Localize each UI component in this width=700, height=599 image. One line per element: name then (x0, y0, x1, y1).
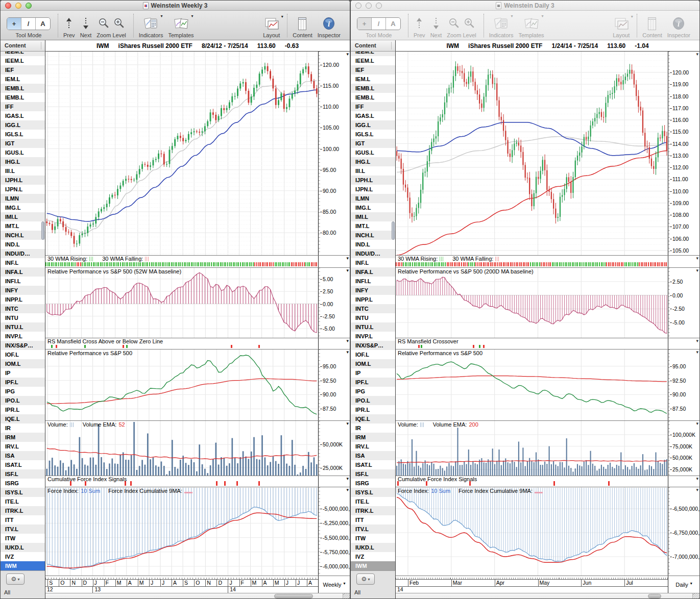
sidebar-item[interactable]: INFY (1, 286, 45, 295)
sidebar-item[interactable]: ITW (1, 534, 45, 543)
sidebar-item[interactable]: IJPN.L (351, 185, 395, 194)
volume-axis[interactable]: ▾100,000K75,000K50,000K25,000K (668, 421, 699, 476)
panel-disclosure-icon[interactable]: ▾ (696, 268, 698, 273)
sidebar-item[interactable]: IRV.L (351, 442, 395, 451)
force-index-panel[interactable]: Force Index:10 Sum Force Index Cumulativ… (45, 487, 318, 576)
layout-button[interactable]: ▾ Layout (263, 15, 280, 38)
sidebar-item[interactable]: IEMB.L (1, 84, 45, 93)
cfi-signal-strip[interactable]: Cumulative Force Index Signals (396, 476, 668, 487)
minimize-button[interactable] (15, 3, 21, 9)
action-menu-button[interactable]: ⚙▾ (356, 573, 375, 585)
sidebar-item[interactable]: INFA.L (1, 267, 45, 277)
mansfield-signal-strip[interactable]: RS Mansfield Crossover (396, 338, 668, 349)
wma-signal-strip[interactable]: 30 WMA Rising: 30 WMA Falling: (396, 256, 668, 267)
zoom-out-icon[interactable] (448, 17, 460, 30)
sidebar-item[interactable]: IRM (351, 433, 395, 442)
sidebar-item[interactable]: IUKD.L (351, 543, 395, 552)
sidebar-item[interactable]: INTC (1, 304, 45, 313)
prev-button[interactable]: Prev (414, 15, 425, 38)
sidebar-item[interactable]: ITRK.L (1, 506, 45, 515)
sidebar-item[interactable]: IQE.L (1, 414, 45, 423)
sidebar-item[interactable]: IPO.L (1, 396, 45, 405)
sidebar-item[interactable]: INDU/D… (351, 249, 395, 258)
sidebar-item[interactable]: IQE.L (351, 414, 395, 423)
sidebar-item[interactable]: INTU (351, 313, 395, 322)
sidebar-item[interactable]: IJPH.L (351, 176, 395, 185)
sidebar-item[interactable]: IOM.L (351, 359, 395, 368)
sidebar-item[interactable]: IGAS.L (1, 111, 45, 120)
sidebar-item[interactable]: IP (1, 368, 45, 378)
panel-disclosure-icon[interactable]: ▾ (346, 52, 349, 57)
sidebar-scrollbar[interactable] (41, 52, 45, 570)
sidebar-item[interactable]: IHG.L (351, 157, 395, 166)
price-chart[interactable] (396, 52, 668, 255)
sidebar-item[interactable]: ISA (1, 451, 45, 460)
force-index-axis[interactable]: ▾-6,500,000,-6,750,000,-7,000,000, (668, 487, 699, 576)
title-bar[interactable]: Weinstein Weekly 3 (1, 1, 350, 11)
sidebar-item[interactable]: IMG.L (1, 203, 45, 212)
sidebar-item[interactable]: IPG (351, 387, 395, 396)
inspector-button[interactable]: i Inspector (318, 15, 341, 38)
sidebar-item[interactable]: IPF.L (351, 378, 395, 387)
sidebar-item[interactable]: INF.L (351, 258, 395, 267)
indicators-button[interactable]: ▾ Indicators (139, 15, 163, 38)
sidebar-item[interactable]: IEM.L (351, 74, 395, 84)
sidebar-item[interactable]: ISA (351, 451, 395, 460)
sidebar-item[interactable]: ISYS.L (351, 488, 395, 497)
close-button[interactable] (355, 3, 361, 9)
sidebar-item[interactable]: IGT (351, 139, 395, 148)
sidebar-item[interactable]: IGUS.L (1, 148, 45, 157)
sidebar-item[interactable]: IGAS.L (351, 111, 395, 120)
panel-disclosure-icon[interactable]: ▾ (346, 476, 349, 481)
panel-disclosure-icon[interactable]: ▾ (346, 338, 349, 343)
action-menu-button[interactable]: ⚙▾ (6, 573, 25, 585)
sidebar-item[interactable]: ITE.L (1, 497, 45, 506)
sidebar-item[interactable]: ITE.L (351, 497, 395, 506)
sidebar-item[interactable]: IGLS.L (1, 130, 45, 139)
panel-disclosure-icon[interactable]: ▾ (696, 476, 698, 481)
prev-button[interactable]: Prev (63, 15, 75, 38)
sidebar-item[interactable]: INFI.L (1, 277, 45, 286)
panel-disclosure-icon[interactable]: ▾ (696, 338, 698, 343)
sidebar-item[interactable]: INTU.L (351, 322, 395, 332)
sidebar-scrollbar[interactable] (391, 52, 395, 570)
templates-button[interactable]: ▾ Templates (518, 15, 544, 38)
sidebar-item[interactable]: ILMN (351, 194, 395, 203)
sidebar-item[interactable]: INDU/D… (1, 249, 45, 258)
relative-performance-histogram[interactable]: Relative Performance vs S&P 500 (200D MA… (396, 268, 668, 338)
sidebar-item[interactable]: IMG.L (351, 203, 395, 212)
sidebar-item[interactable]: INVP.L (1, 332, 45, 341)
sidebar-item[interactable]: IVZ (351, 552, 395, 561)
sidebar-item[interactable]: IEMB.L (1, 93, 45, 102)
next-button[interactable]: Next (430, 15, 442, 38)
sidebar-item[interactable]: ITT (351, 515, 395, 525)
sidebar-item[interactable]: IOF.L (351, 350, 395, 359)
panel-disclosure-icon[interactable]: ▾ (696, 350, 698, 355)
scrollbar-thumb[interactable] (648, 594, 661, 598)
force-index-panel[interactable]: Force Index:10 Sum Force Index Cumulativ… (396, 487, 668, 576)
sidebar-item[interactable]: INF.L (1, 258, 45, 267)
indicators-button[interactable]: ▾ Indicators (489, 15, 514, 38)
sidebar-item[interactable]: IGLS.L (351, 130, 395, 139)
sidebar-item[interactable]: IEF (1, 65, 45, 74)
sidebar-item[interactable]: INTC (351, 304, 395, 313)
cfi-signal-strip[interactable]: Cumulative Force Index Signals (45, 476, 318, 487)
sidebar-item[interactable]: IPG (1, 387, 45, 396)
rp-line-axis[interactable]: ▾95.0092.5090.0087.50 (318, 350, 350, 420)
sidebar-item[interactable]: IOM.L (1, 359, 45, 368)
panel-disclosure-icon[interactable]: ▾ (346, 350, 349, 355)
sidebar-item[interactable]: ISF.L (351, 469, 395, 479)
sidebar-item[interactable]: IMI.L (351, 212, 395, 221)
sidebar-item[interactable]: IFF (1, 102, 45, 111)
sidebar-item[interactable]: INCH.L (351, 231, 395, 240)
sidebar-item[interactable]: IMT.L (1, 221, 45, 231)
zoom-in-icon[interactable] (463, 17, 475, 30)
rp-histogram-axis[interactable]: ▾2.500.00-2.50-5.00 (668, 268, 699, 338)
sidebar-item[interactable]: III.L (1, 166, 45, 176)
text-tool-button[interactable]: A (386, 18, 400, 30)
sidebar-item[interactable]: IWM (1, 561, 45, 570)
sidebar-item[interactable]: IPO.L (351, 396, 395, 405)
price-axis[interactable]: ▾120.00119.00118.00117.00116.00115.00114… (668, 52, 699, 255)
panel-disclosure-icon[interactable]: ▾ (346, 268, 349, 273)
sidebar-item[interactable]: IEEM.L (1, 52, 45, 56)
